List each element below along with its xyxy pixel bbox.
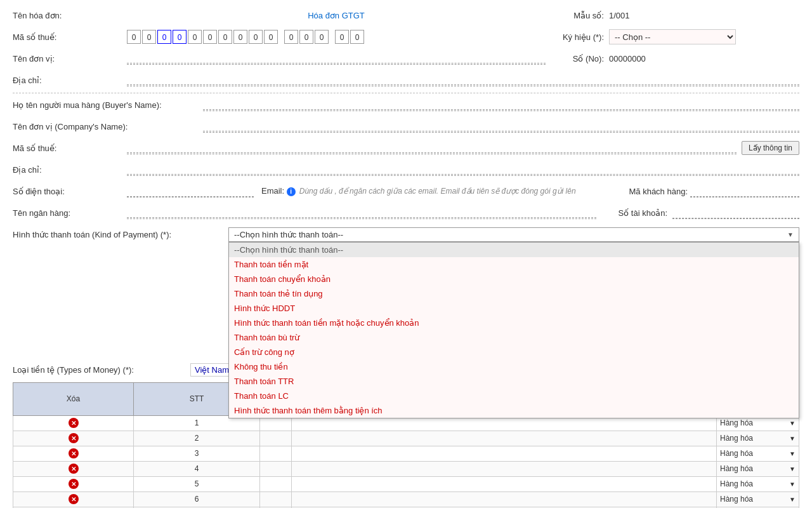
dia-chi2-input[interactable] [127,163,799,175]
payment-option-2[interactable]: Thanh toán chuyển khoản [229,272,799,286]
email-info-icon[interactable]: i [287,187,296,196]
ma-so-cell[interactable] [260,476,292,491]
ky-hieu-select[interactable]: -- Chọn -- [609,29,736,44]
stt-cell: 6 [134,491,260,507]
ho-ten-nguoi-mua-input-wrapper [203,98,799,111]
delete-cell: ✕ [13,415,134,431]
hang-hoa-label: Hàng hóa [720,495,753,504]
hinh-thuc-tt-row: Hình thức thanh toán (Kind of Payment) (… [13,225,799,243]
hang-hoa-arrow[interactable]: ▼ [789,420,796,427]
digit-14[interactable]: 0 [335,30,349,44]
ten-sp-cell[interactable] [292,491,717,507]
delete-button[interactable]: ✕ [69,494,79,504]
digit-3[interactable]: 0 [157,30,171,44]
so-dien-thoai-input-wrapper [127,185,254,197]
ma-so-cell[interactable] [260,431,292,446]
ten-sp-cell[interactable] [292,431,717,446]
digit-9[interactable]: 0 [249,30,263,44]
lay-thong-tin-button[interactable]: Lấy thông tin [742,141,799,155]
ten-sp-cell[interactable] [292,476,717,491]
ten-don-vi-label: Tên đơn vị: [13,54,127,64]
ten-don-vi-input[interactable] [127,52,546,64]
digit-5[interactable]: 0 [188,30,202,44]
dia-chi2-label: Địa chỉ: [13,165,127,175]
delete-cell: ✕ [13,431,134,446]
hang-hoa-cell: Hàng hóa ▼ [717,461,799,476]
digit-2[interactable]: 0 [142,30,156,44]
digit-7[interactable]: 0 [218,30,232,44]
digit-11[interactable]: 0 [284,30,298,44]
ho-ten-nguoi-mua-row: Họ tên người mua hàng (Buyer's Name): [13,96,799,114]
ten-hoa-don-value: Hóa đơn GTGT [127,11,546,20]
ten-ngan-hang-input-wrapper [127,206,596,219]
delete-button[interactable]: ✕ [69,464,79,474]
payment-option-8[interactable]: Không thu tiền [229,359,799,374]
payment-option-9[interactable]: Thanh toán TTR [229,374,799,389]
hang-hoa-arrow[interactable]: ▼ [789,450,796,457]
digit-1[interactable]: 0 [127,30,141,44]
ten-don-vi-company-input[interactable] [203,120,799,131]
payment-option-10[interactable]: Thanh toán LC [229,389,799,403]
payment-option-6[interactable]: Thanh toán bù trừ [229,330,799,345]
payment-option-7[interactable]: Cấn trừ công nợ [229,345,799,359]
dia-chi-label: Địa chỉ: [13,76,127,85]
delete-button[interactable]: ✕ [69,418,79,428]
mau-so-label: Mẫu số: [546,11,609,20]
hang-hoa-arrow[interactable]: ▼ [789,496,796,503]
digit-4[interactable]: 0 [173,30,187,44]
hang-hoa-label: Hàng hóa [720,418,753,427]
dia-chi-input-wrapper [127,74,799,86]
hang-hoa-cell: Hàng hóa ▼ [717,431,799,446]
ma-so-thue2-input[interactable] [127,142,737,153]
ten-sp-cell[interactable] [292,461,717,476]
so-dien-thoai-input[interactable] [127,185,254,197]
hang-hoa-arrow[interactable]: ▼ [789,481,796,488]
ten-sp-cell[interactable] [292,446,717,461]
table-body: ✕ 1 Hàng hóa ▼ ✕ 2 Hàng hóa ▼ [13,415,799,508]
ma-khach-hang-input[interactable] [690,185,799,197]
payment-option-11[interactable]: Hình thức thanh toán thêm bằng tiện ích [229,403,799,418]
delete-button[interactable]: ✕ [69,448,79,458]
delete-cell: ✕ [13,476,134,491]
dia-chi-row: Địa chỉ: [13,71,799,89]
payment-option-0[interactable]: --Chọn hình thức thanh toán-- [229,243,799,257]
ma-so-cell[interactable] [260,461,292,476]
hang-hoa-label: Hàng hóa [720,434,753,443]
payment-select-wrapper[interactable]: --Chọn hình thức thanh toán-- ▼ --Chọn h… [228,227,799,242]
hang-hoa-arrow[interactable]: ▼ [789,435,796,442]
mau-so-section: Mẫu số: 1/001 [546,11,799,20]
digit-10[interactable]: 0 [264,30,278,44]
dia-chi-input[interactable] [127,74,799,85]
ho-ten-nguoi-mua-input[interactable] [203,98,799,110]
so-tai-khoan-input[interactable] [672,207,799,218]
hang-hoa-cell: Hàng hóa ▼ [717,491,799,507]
delete-cell: ✕ [13,446,134,461]
ma-so-cell[interactable] [260,446,292,461]
digit-6[interactable]: 0 [203,30,217,44]
payment-option-5[interactable]: Hình thức thanh toán tiền mặt hoặc chuyể… [229,316,799,330]
ten-hoa-don-label: Tên hóa đơn: [13,11,127,20]
ma-so-cell[interactable] [260,491,292,507]
ma-so-thue-row: Mã số thuế: 0 0 0 0 0 0 0 0 0 0 0 0 0 0 … [13,28,799,46]
payment-option-4[interactable]: Hình thức HDDT [229,301,799,316]
digit-13[interactable]: 0 [315,30,329,44]
ngan-hang-row: Tên ngân hàng: Số tài khoản: [13,204,799,222]
delete-button[interactable]: ✕ [69,479,79,489]
digit-12[interactable]: 0 [299,30,313,44]
payment-dropdown-menu: --Chọn hình thức thanh toán-- Thanh toán… [228,242,799,418]
table-row: ✕ 3 Hàng hóa ▼ [13,446,799,461]
ky-hieu-label: Ký hiệu (*): [546,32,609,42]
ten-ngan-hang-input[interactable] [127,206,596,218]
hang-hoa-label: Hàng hóa [720,479,753,488]
stt-cell: 5 [134,476,260,491]
so-no-label: Số (No): [546,54,609,64]
separator-2 [330,30,334,44]
payment-option-1[interactable]: Thanh toán tiền mặt [229,257,799,272]
digit-15[interactable]: 0 [350,30,364,44]
hang-hoa-arrow[interactable]: ▼ [789,465,796,472]
payment-option-3[interactable]: Thanh toán thẻ tín dụng [229,286,799,301]
invoice-form: Tên hóa đơn: Hóa đơn GTGT Mẫu số: 1/001 … [0,0,812,508]
digit-8[interactable]: 0 [233,30,247,44]
delete-button[interactable]: ✕ [69,433,79,443]
payment-select-display[interactable]: --Chọn hình thức thanh toán-- ▼ [228,227,799,242]
